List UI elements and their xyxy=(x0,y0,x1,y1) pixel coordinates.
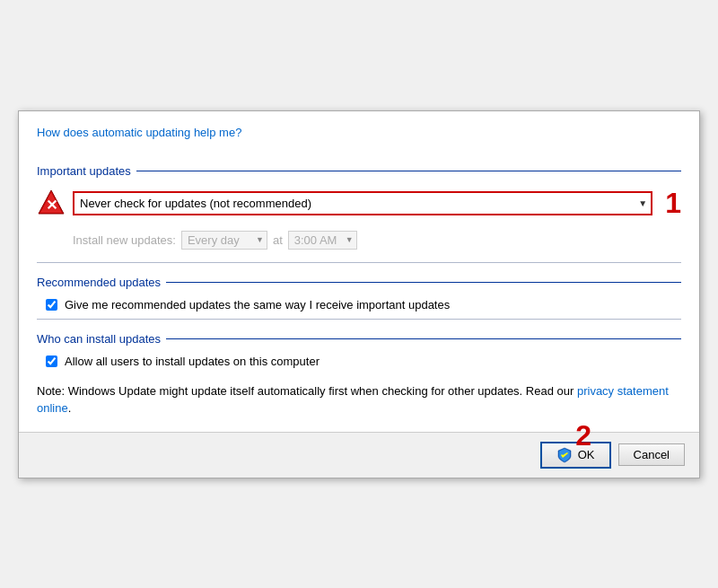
every-day-dropdown[interactable]: Every day Every week xyxy=(181,231,267,250)
install-label: Install new updates: xyxy=(73,233,176,247)
allow-all-users-checkbox[interactable] xyxy=(46,355,57,367)
who-can-install-label: Who can install updates xyxy=(37,332,161,346)
important-updates-header: Important updates xyxy=(37,164,681,178)
allow-all-users-label[interactable]: Allow all users to install updates on th… xyxy=(65,355,320,368)
cancel-label: Cancel xyxy=(634,448,670,461)
cancel-button[interactable]: Cancel xyxy=(618,443,685,466)
who-can-install-header: Who can install updates xyxy=(37,332,681,346)
recommended-updates-header: Recommended updates xyxy=(37,276,681,289)
time-dropdown-wrapper[interactable]: 1:00 AM 2:00 AM 3:00 AM 4:00 AM ▼ xyxy=(288,231,357,250)
badge-1: 1 xyxy=(665,187,681,220)
note-text: Note: Windows Update might update itself… xyxy=(37,384,574,398)
time-dropdown[interactable]: 1:00 AM 2:00 AM 3:00 AM 4:00 AM xyxy=(288,231,357,250)
ok-shield-icon xyxy=(556,447,573,463)
section-line-important xyxy=(136,171,681,171)
updates-dropdown[interactable]: Install updates automatically (recommend… xyxy=(74,193,651,214)
note-suffix: . xyxy=(68,401,72,415)
svg-text:✕: ✕ xyxy=(46,197,57,213)
main-dialog: How does automatic updating help me? Imp… xyxy=(18,110,700,478)
error-shield-icon: ✕ xyxy=(37,189,66,217)
divider-1 xyxy=(37,262,681,263)
install-row: Install new updates: Every day Every wee… xyxy=(73,231,681,250)
at-label: at xyxy=(273,233,283,247)
every-day-dropdown-wrapper[interactable]: Every day Every week ▼ xyxy=(181,231,267,250)
recommended-checkbox-row: Give me recommended updates the same way… xyxy=(46,298,681,312)
recommended-updates-label: Recommended updates xyxy=(37,276,161,289)
divider-2 xyxy=(37,319,681,320)
dialog-body: How does automatic updating help me? Imp… xyxy=(19,111,699,432)
dialog-footer: 2 OK Cancel xyxy=(19,432,699,478)
section-line-who xyxy=(166,338,681,339)
recommended-checkbox[interactable] xyxy=(46,299,57,311)
section-line-recommended xyxy=(166,282,681,283)
recommended-checkbox-label[interactable]: Give me recommended updates the same way… xyxy=(65,298,450,312)
how-does-link[interactable]: How does automatic updating help me? xyxy=(37,126,241,139)
updates-dropdown-wrapper[interactable]: Install updates automatically (recommend… xyxy=(73,191,652,215)
important-updates-row: ✕ Install updates automatically (recomme… xyxy=(37,187,681,220)
important-updates-label: Important updates xyxy=(37,164,131,178)
badge-2: 2 xyxy=(575,419,591,452)
who-can-install-checkbox-row: Allow all users to install updates on th… xyxy=(46,355,681,368)
note-section: Note: Windows Update might update itself… xyxy=(37,382,681,417)
